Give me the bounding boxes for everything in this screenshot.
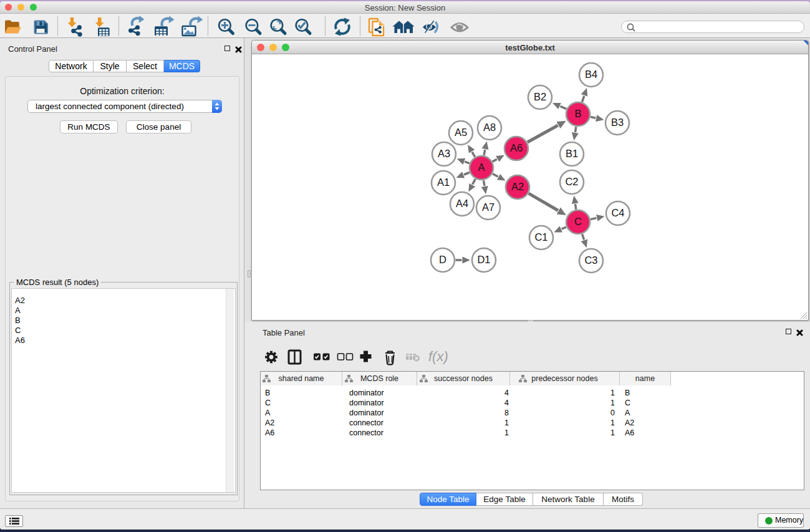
svg-text:A8: A8 xyxy=(483,122,496,133)
svg-text:C: C xyxy=(574,216,582,227)
svg-text:C3: C3 xyxy=(584,254,597,266)
svg-text:f(x): f(x) xyxy=(428,349,448,364)
svg-text:B4: B4 xyxy=(585,69,597,80)
svg-text:A4: A4 xyxy=(456,198,468,209)
svg-text:A6: A6 xyxy=(510,142,523,153)
svg-text:C2: C2 xyxy=(565,176,578,187)
svg-text:D: D xyxy=(439,254,446,265)
svg-text:C1: C1 xyxy=(534,231,547,243)
svg-text:B: B xyxy=(574,108,581,119)
svg-text:B1: B1 xyxy=(566,148,578,159)
svg-text:A3: A3 xyxy=(438,148,450,159)
svg-text:A1: A1 xyxy=(437,177,450,188)
svg-text:A: A xyxy=(478,162,485,173)
svg-text:D1: D1 xyxy=(477,254,490,265)
svg-text:C4: C4 xyxy=(611,207,624,218)
svg-text:A2: A2 xyxy=(511,181,524,192)
svg-text:B2: B2 xyxy=(534,91,546,102)
svg-text:A7: A7 xyxy=(482,201,494,213)
svg-text:B3: B3 xyxy=(611,117,624,128)
svg-text:A5: A5 xyxy=(455,127,467,138)
